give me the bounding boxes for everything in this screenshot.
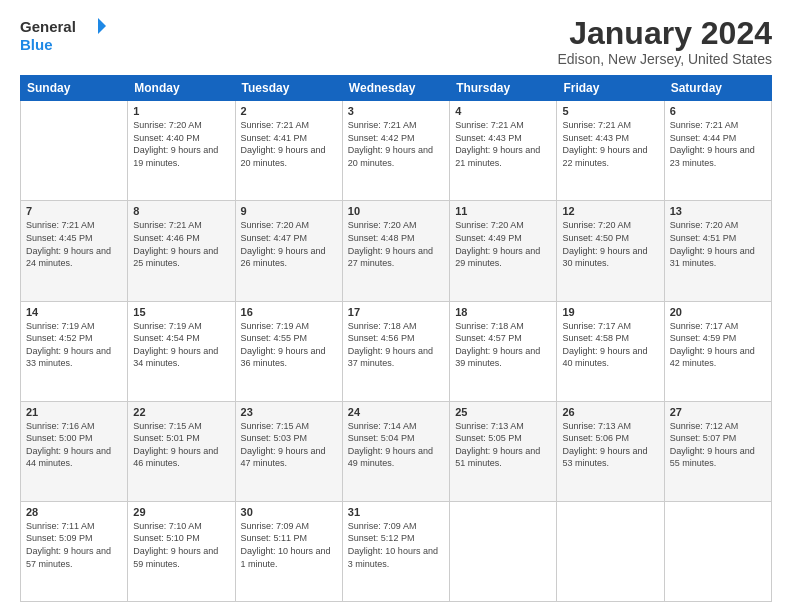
day-info: Sunrise: 7:20 AMSunset: 4:49 PMDaylight:… (455, 219, 551, 269)
calendar-cell: 16 Sunrise: 7:19 AMSunset: 4:55 PMDaylig… (235, 301, 342, 401)
calendar-cell: 15 Sunrise: 7:19 AMSunset: 4:54 PMDaylig… (128, 301, 235, 401)
day-info: Sunrise: 7:20 AMSunset: 4:51 PMDaylight:… (670, 219, 766, 269)
day-header-thursday: Thursday (450, 76, 557, 101)
calendar-cell: 27 Sunrise: 7:12 AMSunset: 5:07 PMDaylig… (664, 401, 771, 501)
month-title: January 2024 (557, 16, 772, 51)
day-number: 19 (562, 306, 658, 318)
calendar-cell: 6 Sunrise: 7:21 AMSunset: 4:44 PMDayligh… (664, 101, 771, 201)
day-header-tuesday: Tuesday (235, 76, 342, 101)
calendar-cell: 4 Sunrise: 7:21 AMSunset: 4:43 PMDayligh… (450, 101, 557, 201)
calendar-cell: 1 Sunrise: 7:20 AMSunset: 4:40 PMDayligh… (128, 101, 235, 201)
day-info: Sunrise: 7:13 AMSunset: 5:06 PMDaylight:… (562, 420, 658, 470)
location: Edison, New Jersey, United States (557, 51, 772, 67)
calendar-cell: 17 Sunrise: 7:18 AMSunset: 4:56 PMDaylig… (342, 301, 449, 401)
day-number: 12 (562, 205, 658, 217)
calendar-table: SundayMondayTuesdayWednesdayThursdayFrid… (20, 75, 772, 602)
day-info: Sunrise: 7:21 AMSunset: 4:42 PMDaylight:… (348, 119, 444, 169)
day-number: 20 (670, 306, 766, 318)
day-info: Sunrise: 7:10 AMSunset: 5:10 PMDaylight:… (133, 520, 229, 570)
day-info: Sunrise: 7:17 AMSunset: 4:59 PMDaylight:… (670, 320, 766, 370)
day-number: 9 (241, 205, 337, 217)
day-info: Sunrise: 7:20 AMSunset: 4:47 PMDaylight:… (241, 219, 337, 269)
day-info: Sunrise: 7:20 AMSunset: 4:40 PMDaylight:… (133, 119, 229, 169)
calendar-cell: 26 Sunrise: 7:13 AMSunset: 5:06 PMDaylig… (557, 401, 664, 501)
week-row-1: 1 Sunrise: 7:20 AMSunset: 4:40 PMDayligh… (21, 101, 772, 201)
week-row-5: 28 Sunrise: 7:11 AMSunset: 5:09 PMDaylig… (21, 501, 772, 601)
calendar-cell (21, 101, 128, 201)
calendar-cell: 31 Sunrise: 7:09 AMSunset: 5:12 PMDaylig… (342, 501, 449, 601)
day-number: 1 (133, 105, 229, 117)
day-number: 29 (133, 506, 229, 518)
day-info: Sunrise: 7:09 AMSunset: 5:12 PMDaylight:… (348, 520, 444, 570)
day-header-wednesday: Wednesday (342, 76, 449, 101)
day-info: Sunrise: 7:18 AMSunset: 4:57 PMDaylight:… (455, 320, 551, 370)
page: General Blue January 2024 Edison, New Je… (0, 0, 792, 612)
day-number: 11 (455, 205, 551, 217)
day-number: 14 (26, 306, 122, 318)
day-info: Sunrise: 7:15 AMSunset: 5:03 PMDaylight:… (241, 420, 337, 470)
calendar-cell (450, 501, 557, 601)
day-number: 18 (455, 306, 551, 318)
calendar-cell: 28 Sunrise: 7:11 AMSunset: 5:09 PMDaylig… (21, 501, 128, 601)
calendar-cell: 8 Sunrise: 7:21 AMSunset: 4:46 PMDayligh… (128, 201, 235, 301)
day-number: 4 (455, 105, 551, 117)
day-info: Sunrise: 7:17 AMSunset: 4:58 PMDaylight:… (562, 320, 658, 370)
day-number: 8 (133, 205, 229, 217)
svg-text:Blue: Blue (20, 36, 53, 53)
calendar-header-row: SundayMondayTuesdayWednesdayThursdayFrid… (21, 76, 772, 101)
day-info: Sunrise: 7:11 AMSunset: 5:09 PMDaylight:… (26, 520, 122, 570)
title-block: January 2024 Edison, New Jersey, United … (557, 16, 772, 67)
day-number: 31 (348, 506, 444, 518)
calendar-cell: 7 Sunrise: 7:21 AMSunset: 4:45 PMDayligh… (21, 201, 128, 301)
day-info: Sunrise: 7:20 AMSunset: 4:48 PMDaylight:… (348, 219, 444, 269)
day-number: 30 (241, 506, 337, 518)
week-row-3: 14 Sunrise: 7:19 AMSunset: 4:52 PMDaylig… (21, 301, 772, 401)
calendar-cell: 29 Sunrise: 7:10 AMSunset: 5:10 PMDaylig… (128, 501, 235, 601)
day-number: 5 (562, 105, 658, 117)
calendar-cell: 11 Sunrise: 7:20 AMSunset: 4:49 PMDaylig… (450, 201, 557, 301)
day-number: 25 (455, 406, 551, 418)
day-info: Sunrise: 7:21 AMSunset: 4:41 PMDaylight:… (241, 119, 337, 169)
calendar-cell: 22 Sunrise: 7:15 AMSunset: 5:01 PMDaylig… (128, 401, 235, 501)
day-header-friday: Friday (557, 76, 664, 101)
week-row-2: 7 Sunrise: 7:21 AMSunset: 4:45 PMDayligh… (21, 201, 772, 301)
calendar-cell: 2 Sunrise: 7:21 AMSunset: 4:41 PMDayligh… (235, 101, 342, 201)
day-number: 3 (348, 105, 444, 117)
calendar-cell: 9 Sunrise: 7:20 AMSunset: 4:47 PMDayligh… (235, 201, 342, 301)
day-info: Sunrise: 7:20 AMSunset: 4:50 PMDaylight:… (562, 219, 658, 269)
calendar-cell: 20 Sunrise: 7:17 AMSunset: 4:59 PMDaylig… (664, 301, 771, 401)
day-info: Sunrise: 7:19 AMSunset: 4:52 PMDaylight:… (26, 320, 122, 370)
day-info: Sunrise: 7:21 AMSunset: 4:46 PMDaylight:… (133, 219, 229, 269)
day-number: 21 (26, 406, 122, 418)
calendar-cell: 10 Sunrise: 7:20 AMSunset: 4:48 PMDaylig… (342, 201, 449, 301)
day-info: Sunrise: 7:12 AMSunset: 5:07 PMDaylight:… (670, 420, 766, 470)
day-number: 16 (241, 306, 337, 318)
calendar-cell: 3 Sunrise: 7:21 AMSunset: 4:42 PMDayligh… (342, 101, 449, 201)
day-number: 22 (133, 406, 229, 418)
day-info: Sunrise: 7:21 AMSunset: 4:45 PMDaylight:… (26, 219, 122, 269)
day-header-monday: Monday (128, 76, 235, 101)
day-info: Sunrise: 7:21 AMSunset: 4:43 PMDaylight:… (562, 119, 658, 169)
calendar-cell: 24 Sunrise: 7:14 AMSunset: 5:04 PMDaylig… (342, 401, 449, 501)
day-info: Sunrise: 7:18 AMSunset: 4:56 PMDaylight:… (348, 320, 444, 370)
day-header-sunday: Sunday (21, 76, 128, 101)
day-number: 13 (670, 205, 766, 217)
logo-svg: General Blue (20, 16, 110, 56)
day-number: 2 (241, 105, 337, 117)
calendar-cell: 30 Sunrise: 7:09 AMSunset: 5:11 PMDaylig… (235, 501, 342, 601)
day-number: 15 (133, 306, 229, 318)
calendar-body: 1 Sunrise: 7:20 AMSunset: 4:40 PMDayligh… (21, 101, 772, 602)
day-number: 10 (348, 205, 444, 217)
calendar-cell: 23 Sunrise: 7:15 AMSunset: 5:03 PMDaylig… (235, 401, 342, 501)
day-number: 28 (26, 506, 122, 518)
day-info: Sunrise: 7:19 AMSunset: 4:54 PMDaylight:… (133, 320, 229, 370)
day-info: Sunrise: 7:19 AMSunset: 4:55 PMDaylight:… (241, 320, 337, 370)
day-info: Sunrise: 7:16 AMSunset: 5:00 PMDaylight:… (26, 420, 122, 470)
calendar-cell (557, 501, 664, 601)
day-number: 17 (348, 306, 444, 318)
svg-marker-1 (98, 18, 106, 34)
day-number: 6 (670, 105, 766, 117)
day-info: Sunrise: 7:15 AMSunset: 5:01 PMDaylight:… (133, 420, 229, 470)
day-number: 23 (241, 406, 337, 418)
calendar-cell (664, 501, 771, 601)
